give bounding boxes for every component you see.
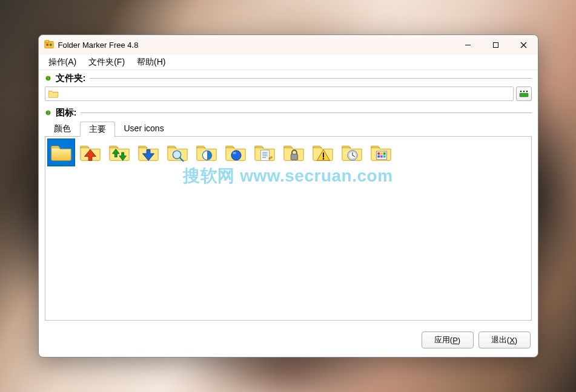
close-button[interactable] <box>510 35 538 54</box>
menu-action[interactable]: 操作(A) <box>42 56 83 69</box>
divider <box>90 78 532 79</box>
svg-rect-11 <box>520 93 528 97</box>
titlebar[interactable]: Folder Marker Free 4.8 <box>39 35 538 54</box>
folder-arrow-down-blue[interactable] <box>135 139 162 166</box>
exit-button[interactable]: 退出(X) <box>478 332 531 348</box>
apply-button[interactable]: 应用(P) <box>422 332 474 348</box>
menubar: 操作(A) 文件夹(F) 帮助(H) <box>39 54 538 70</box>
section-folder-label: 文件夹: <box>56 73 86 84</box>
tab-main[interactable]: 主要 <box>80 122 115 137</box>
folder-plain[interactable] <box>48 139 74 166</box>
folder-arrow-up-red[interactable] <box>77 139 104 166</box>
section-icon-label: 图标: <box>56 107 77 119</box>
svg-point-15 <box>231 151 240 160</box>
svg-point-24 <box>322 158 323 159</box>
menu-help[interactable]: 帮助(H) <box>131 56 171 69</box>
svg-rect-34 <box>380 155 383 158</box>
svg-rect-31 <box>380 152 383 155</box>
folder-path-input[interactable] <box>45 87 514 101</box>
divider <box>81 113 532 113</box>
section-icon-header: ❷ 图标: <box>39 105 538 120</box>
svg-rect-30 <box>377 152 380 155</box>
folder-half-circle[interactable] <box>193 139 220 166</box>
folder-arrows-updown-green[interactable] <box>106 139 133 166</box>
browse-button[interactable] <box>516 87 532 101</box>
window-title: Folder Marker Free 4.8 <box>58 41 139 50</box>
icon-grid <box>45 137 531 168</box>
minimize-button[interactable] <box>454 35 482 54</box>
app-icon <box>44 39 55 50</box>
tab-color[interactable]: 颜色 <box>45 121 80 136</box>
tab-user-icons[interactable]: User icons <box>115 121 173 136</box>
section-folder-header: ❶ 文件夹: <box>39 70 538 85</box>
folder-color-grid[interactable] <box>368 139 394 166</box>
icon-grid-panel: 搜软网 www.secruan.com <box>45 136 532 321</box>
svg-rect-35 <box>383 155 385 158</box>
svg-point-10 <box>526 91 527 92</box>
folder-lock[interactable] <box>280 139 307 166</box>
svg-rect-17 <box>260 150 269 160</box>
svg-point-9 <box>523 91 524 92</box>
svg-rect-1 <box>44 41 48 43</box>
svg-point-2 <box>46 44 48 46</box>
step-1-badge: ❶ <box>45 75 52 82</box>
button-row: 应用(P) 退出(X) <box>39 327 538 357</box>
folder-path-row <box>39 85 538 105</box>
window-controls <box>454 35 538 54</box>
folder-document[interactable] <box>251 139 278 166</box>
folder-blue-dot[interactable] <box>222 139 249 166</box>
svg-point-8 <box>520 91 521 92</box>
app-window: Folder Marker Free 4.8 操作(A) 文件夹(F) 帮助(H… <box>38 34 538 358</box>
svg-rect-32 <box>383 152 385 155</box>
svg-rect-22 <box>291 154 297 160</box>
folder-clock[interactable] <box>339 139 365 166</box>
menu-folder[interactable]: 文件夹(F) <box>82 56 131 69</box>
folder-icon <box>48 90 59 98</box>
folder-warning[interactable] <box>310 139 336 166</box>
svg-point-3 <box>49 44 51 46</box>
svg-rect-5 <box>494 42 498 47</box>
tabs: 颜色 主要 User icons <box>39 120 538 136</box>
svg-point-16 <box>233 152 236 154</box>
step-2-badge: ❷ <box>45 109 52 117</box>
maximize-button[interactable] <box>482 35 510 54</box>
svg-rect-33 <box>377 155 380 158</box>
folder-search[interactable] <box>164 139 191 166</box>
